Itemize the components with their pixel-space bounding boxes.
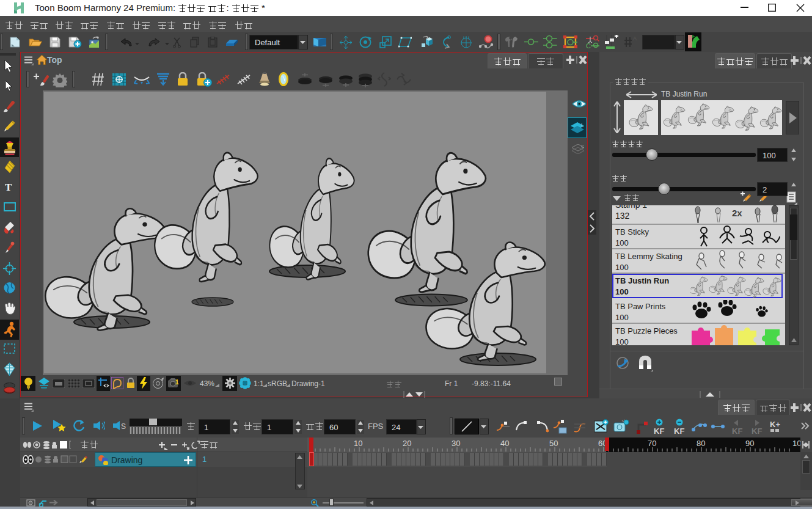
svg-text:KF: KF [654, 427, 664, 434]
svg-text:KF: KF [674, 427, 684, 434]
svg-text:A: A [633, 35, 637, 42]
svg-text:C: C [586, 42, 591, 49]
svg-text:KF: KF [752, 427, 762, 434]
svg-text:KF: KF [732, 427, 742, 434]
svg-text:C: C [581, 144, 584, 149]
svg-text:2x: 2x [732, 208, 742, 218]
svg-text:T: T [5, 181, 12, 192]
svg-text:K+: K+ [770, 420, 780, 429]
svg-text:L: L [581, 122, 584, 128]
svg-text:1: 1 [175, 379, 179, 386]
svg-text:S: S [121, 422, 126, 431]
